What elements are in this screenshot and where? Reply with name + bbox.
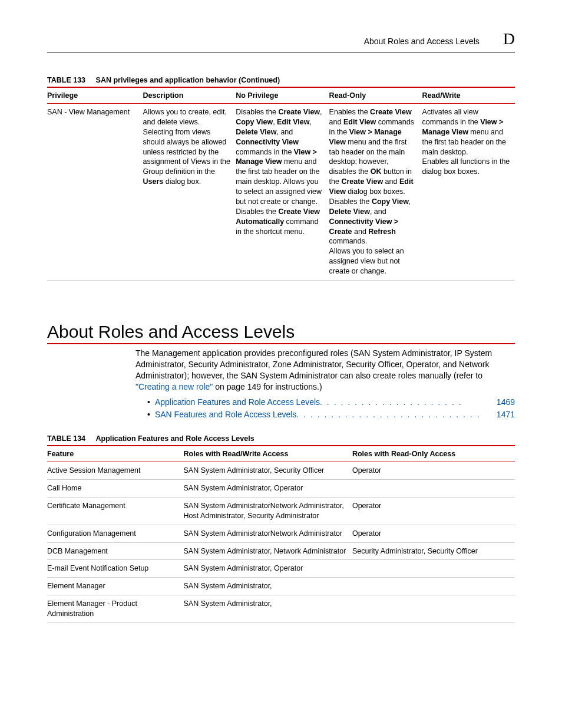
cell-ro	[352, 578, 515, 595]
th-privilege: Privilege	[47, 87, 143, 104]
cell-feature: Active Session Management	[47, 462, 184, 480]
th-noprivilege: No Privilege	[236, 87, 329, 104]
header-chapter-letter: D	[503, 29, 515, 48]
th-rw: Roles with Read/Write Access	[184, 446, 352, 462]
table133-label: TABLE 133	[47, 76, 85, 84]
cell-rw: SAN System Administrator,	[184, 595, 352, 623]
cell-rw: SAN System Administrator, Security Offic…	[184, 462, 352, 480]
toc-page[interactable]: 1469	[485, 397, 515, 408]
th-feature: Feature	[47, 446, 184, 462]
cell-ro: Operator	[352, 497, 515, 525]
cell-ro	[352, 595, 515, 623]
th-ro: Roles with Read-Only Access	[352, 446, 515, 462]
cell-rw: SAN System AdministratorNetwork Administ…	[184, 525, 352, 542]
table133-caption: TABLE 133 SAN privileges and application…	[47, 76, 515, 84]
toc-list: • Application Features and Role Access L…	[147, 397, 515, 420]
table-row: Certificate ManagementSAN System Adminis…	[47, 497, 515, 525]
section-heading: About Roles and Access Levels	[47, 322, 515, 344]
toc-link[interactable]: Application Features and Role Access Lev…	[155, 397, 320, 408]
table133-row: SAN - View Management Allows you to crea…	[47, 104, 515, 281]
table133: Privilege Description No Privilege Read-…	[47, 87, 515, 281]
cell-rw: SAN System Administrator, Operator	[184, 560, 352, 578]
th-description: Description	[143, 87, 236, 104]
table134-label: TABLE 134	[47, 434, 85, 443]
bullet-icon: •	[147, 397, 150, 408]
table-row: Call HomeSAN System Administrator, Opera…	[47, 480, 515, 498]
table-row: DCB ManagementSAN System Administrator, …	[47, 542, 515, 560]
table-row: Element Manager - Product Administration…	[47, 595, 515, 623]
cell-feature: E-mail Event Notification Setup	[47, 560, 184, 578]
cell-feature: Call Home	[47, 480, 184, 498]
cell-rw: SAN System AdministratorNetwork Administ…	[184, 497, 352, 525]
toc-item: • SAN Features and Role Access Levels . …	[147, 409, 515, 420]
th-readwrite: Read/Write	[422, 87, 515, 104]
cell-rw: SAN System Administrator,	[184, 578, 352, 595]
cell-feature: Configuration Management	[47, 525, 184, 542]
cell-rw: SAN System Administrator, Network Admini…	[184, 542, 352, 560]
page-header: About Roles and Access Levels D	[47, 29, 515, 48]
cell-noprivilege: Disables the Create View, Copy View, Edi…	[236, 104, 329, 281]
table-row: Configuration ManagementSAN System Admin…	[47, 525, 515, 542]
cell-feature: DCB Management	[47, 542, 184, 560]
table134-title: Application Features and Role Access Lev…	[96, 434, 254, 443]
th-readonly: Read-Only	[329, 87, 422, 104]
cell-readonly: Enables the Create View and Edit View co…	[329, 104, 422, 281]
cell-feature: Element Manager	[47, 578, 184, 595]
cell-description: Allows you to create, edit, and delete v…	[143, 104, 236, 281]
cell-ro	[352, 480, 515, 498]
cell-feature: Element Manager - Product Administration	[47, 595, 184, 623]
table134: Feature Roles with Read/Write Access Rol…	[47, 445, 515, 623]
table134-caption: TABLE 134 Application Features and Role …	[47, 434, 515, 443]
cell-rw: SAN System Administrator, Operator	[184, 480, 352, 498]
header-title: About Roles and Access Levels	[364, 37, 480, 46]
link-creating-new-role[interactable]: "Creating a new role"	[135, 382, 213, 391]
toc-page[interactable]: 1471	[485, 409, 515, 420]
cell-ro: Operator	[352, 525, 515, 542]
cell-ro	[352, 560, 515, 578]
section-body: The Management application provides prec…	[135, 348, 515, 420]
cell-readwrite: Activates all view commands in the View …	[422, 104, 515, 281]
bullet-icon: •	[147, 409, 150, 420]
table-row: E-mail Event Notification SetupSAN Syste…	[47, 560, 515, 578]
cell-ro: Security Administrator, Security Officer	[352, 542, 515, 560]
toc-link[interactable]: SAN Features and Role Access Levels	[155, 409, 296, 420]
table-row: Active Session ManagementSAN System Admi…	[47, 462, 515, 480]
cell-feature: Certificate Management	[47, 497, 184, 525]
cell-privilege: SAN - View Management	[47, 104, 143, 281]
header-rule	[47, 52, 515, 52]
cell-ro: Operator	[352, 462, 515, 480]
table133-title: SAN privileges and application behavior …	[96, 76, 280, 84]
table-row: Element ManagerSAN System Administrator,	[47, 578, 515, 595]
toc-item: • Application Features and Role Access L…	[147, 397, 515, 408]
